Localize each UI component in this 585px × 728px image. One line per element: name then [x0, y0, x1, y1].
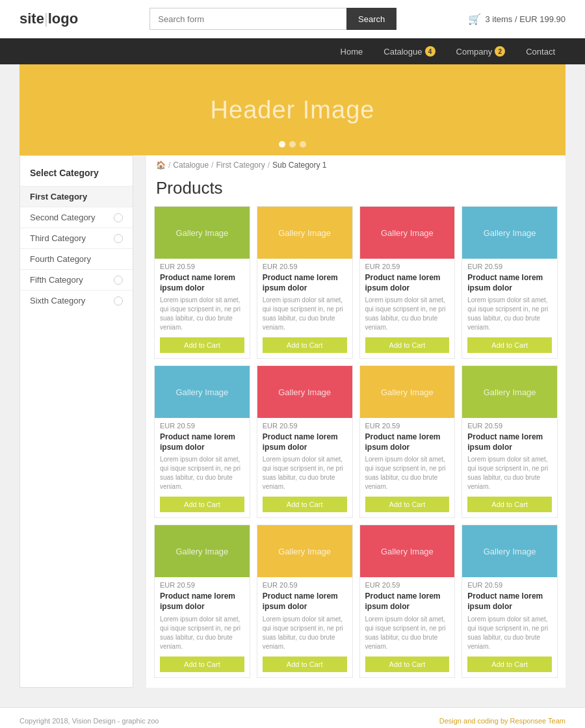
sidebar-item-fourth[interactable]: Fourth Category — [20, 248, 133, 269]
add-to-cart-8[interactable]: Add to Cart — [467, 497, 552, 512]
sidebar-item-third[interactable]: Third Category — [20, 228, 133, 248]
product-card-4: Gallery Image EUR 20.59 Product name lor… — [462, 206, 558, 359]
product-info-7: EUR 20.59 Product name lorem ipsum dolor… — [360, 418, 455, 517]
product-desc-8: Lorem ipsum dolor sit amet, qui isque sc… — [467, 455, 552, 491]
nav-item-home[interactable]: Home — [330, 38, 374, 64]
gallery-label-4: Gallery Image — [484, 228, 536, 238]
product-price-9: EUR 20.59 — [160, 581, 244, 589]
product-desc-4: Lorem ipsum dolor sit amet, qui isque sc… — [467, 296, 552, 332]
breadcrumb: 🏠 / Catalogue / First Category / Sub Cat… — [146, 155, 566, 175]
sidebar-label-third: Third Category — [30, 233, 86, 243]
add-to-cart-1[interactable]: Add to Cart — [160, 337, 244, 353]
add-to-cart-6[interactable]: Add to Cart — [263, 497, 347, 512]
gallery-label-12: Gallery Image — [484, 547, 536, 556]
product-desc-2: Lorem ipsum dolor sit amet, qui isque sc… — [263, 296, 347, 332]
product-image-2: Gallery Image — [257, 207, 352, 259]
sidebar-item-fifth[interactable]: Fifth Category — [20, 269, 133, 290]
add-to-cart-9[interactable]: Add to Cart — [160, 656, 244, 672]
sidebar-radio-third[interactable] — [114, 234, 123, 243]
product-card-1: Gallery Image EUR 20.59 Product name lor… — [154, 206, 250, 359]
sidebar-item-first[interactable]: First Category — [20, 186, 133, 207]
nav-label-company: Company — [456, 47, 493, 57]
product-desc-10: Lorem ipsum dolor sit amet, qui isque sc… — [263, 615, 347, 651]
breadcrumb-first-category[interactable]: First Category — [216, 161, 265, 170]
breadcrumb-catalogue[interactable]: Catalogue — [173, 161, 209, 170]
nav-item-contact[interactable]: Contact — [515, 38, 566, 64]
home-icon[interactable]: 🏠 — [156, 161, 166, 170]
add-to-cart-5[interactable]: Add to Cart — [160, 497, 244, 512]
product-name-3: Product name lorem ipsum dolor — [365, 273, 450, 293]
product-desc-9: Lorem ipsum dolor sit amet, qui isque sc… — [160, 615, 244, 651]
sidebar-item-sixth[interactable]: Sixth Category — [20, 290, 133, 311]
product-desc-7: Lorem ipsum dolor sit amet, qui isque sc… — [365, 455, 450, 491]
add-to-cart-11[interactable]: Add to Cart — [365, 656, 450, 672]
add-to-cart-10[interactable]: Add to Cart — [263, 656, 347, 672]
breadcrumb-sep-1: / — [168, 161, 170, 170]
nav-item-catalogue[interactable]: Catalogue 4 — [373, 38, 445, 64]
product-card-7: Gallery Image EUR 20.59 Product name lor… — [359, 365, 456, 518]
footer: Copyright 2018, Vision Design - graphic … — [0, 707, 585, 728]
product-desc-3: Lorem ipsum dolor sit amet, qui isque sc… — [365, 296, 450, 332]
products-area: 🏠 / Catalogue / First Category / Sub Cat… — [146, 155, 566, 688]
product-price-3: EUR 20.59 — [365, 263, 450, 270]
product-name-1: Product name lorem ipsum dolor — [160, 273, 244, 293]
product-image-7: Gallery Image — [360, 366, 455, 418]
logo-text1: site — [20, 10, 44, 27]
add-to-cart-12[interactable]: Add to Cart — [467, 656, 552, 672]
sidebar: Select Category First Category Second Ca… — [20, 155, 133, 688]
product-name-11: Product name lorem ipsum dolor — [365, 592, 450, 612]
sidebar-radio-second[interactable] — [114, 213, 123, 222]
banner: Header Image — [20, 64, 566, 155]
product-name-9: Product name lorem ipsum dolor — [160, 592, 244, 612]
sidebar-radio-fifth[interactable] — [114, 276, 123, 285]
product-image-1: Gallery Image — [155, 207, 250, 259]
dot-2[interactable] — [289, 141, 296, 148]
search-input[interactable] — [150, 8, 346, 30]
add-to-cart-2[interactable]: Add to Cart — [263, 337, 347, 353]
gallery-label-3: Gallery Image — [381, 228, 434, 238]
sidebar-label-fourth: Fourth Category — [30, 254, 91, 264]
nav-item-company[interactable]: Company 2 — [446, 38, 516, 64]
sidebar-radio-sixth[interactable] — [114, 296, 123, 306]
gallery-label-11: Gallery Image — [381, 547, 434, 556]
sidebar-label-sixth: Sixth Category — [30, 296, 85, 306]
banner-dots — [279, 141, 306, 148]
sidebar-title: Select Category — [20, 162, 133, 186]
cart-area[interactable]: 🛒 3 items / EUR 199.90 — [468, 13, 566, 25]
product-info-10: EUR 20.59 Product name lorem ipsum dolor… — [257, 577, 352, 677]
gallery-label-9: Gallery Image — [176, 547, 228, 556]
product-name-2: Product name lorem ipsum dolor — [263, 273, 347, 293]
add-to-cart-7[interactable]: Add to Cart — [365, 497, 450, 512]
product-card-2: Gallery Image EUR 20.59 Product name lor… — [257, 206, 353, 359]
product-desc-1: Lorem ipsum dolor sit amet, qui isque sc… — [160, 296, 244, 332]
product-info-1: EUR 20.59 Product name lorem ipsum dolor… — [155, 259, 250, 358]
product-image-10: Gallery Image — [257, 525, 352, 577]
nav-badge-catalogue: 4 — [425, 46, 436, 57]
gallery-label-5: Gallery Image — [176, 387, 228, 397]
product-name-12: Product name lorem ipsum dolor — [467, 592, 552, 612]
dot-3[interactable] — [300, 141, 306, 148]
dot-1[interactable] — [279, 141, 285, 148]
nav-bar: Home Catalogue 4 Company 2 Contact — [0, 38, 585, 64]
product-desc-6: Lorem ipsum dolor sit amet, qui isque sc… — [263, 455, 347, 491]
product-price-12: EUR 20.59 — [467, 581, 552, 589]
product-info-11: EUR 20.59 Product name lorem ipsum dolor… — [360, 577, 455, 677]
product-price-4: EUR 20.59 — [467, 263, 552, 270]
product-image-8: Gallery Image — [462, 366, 557, 418]
site-logo[interactable]: site|logo — [20, 10, 78, 27]
add-to-cart-4[interactable]: Add to Cart — [467, 337, 552, 353]
breadcrumb-sep-2: / — [211, 161, 213, 170]
nav-label-home: Home — [341, 47, 363, 57]
product-image-12: Gallery Image — [462, 525, 557, 577]
product-price-1: EUR 20.59 — [160, 263, 244, 270]
search-button[interactable]: Search — [346, 8, 396, 30]
product-image-11: Gallery Image — [360, 525, 455, 577]
breadcrumb-current: Sub Category 1 — [272, 161, 326, 170]
breadcrumb-sep-3: / — [268, 161, 270, 170]
product-price-10: EUR 20.59 — [263, 581, 347, 589]
product-price-6: EUR 20.59 — [263, 422, 347, 430]
add-to-cart-3[interactable]: Add to Cart — [365, 337, 450, 353]
sidebar-item-second[interactable]: Second Category — [20, 207, 133, 228]
sidebar-label-fifth: Fifth Category — [30, 275, 83, 285]
product-grid: Gallery Image EUR 20.59 Product name lor… — [146, 206, 566, 678]
